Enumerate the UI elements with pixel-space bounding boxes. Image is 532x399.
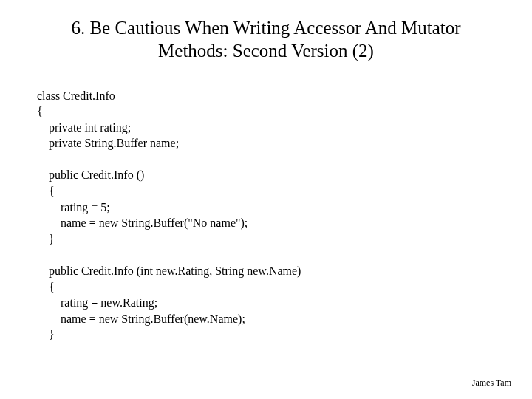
code-content: class Credit.Info { private int rating; … — [37, 88, 495, 344]
title-line-1: 6. Be Cautious When Writing Accessor And… — [71, 18, 460, 38]
footer-author: James Tam — [472, 378, 511, 389]
title-line-2: Methods: Second Version (2) — [158, 41, 374, 61]
slide-title: 6. Be Cautious When Writing Accessor And… — [37, 16, 495, 63]
